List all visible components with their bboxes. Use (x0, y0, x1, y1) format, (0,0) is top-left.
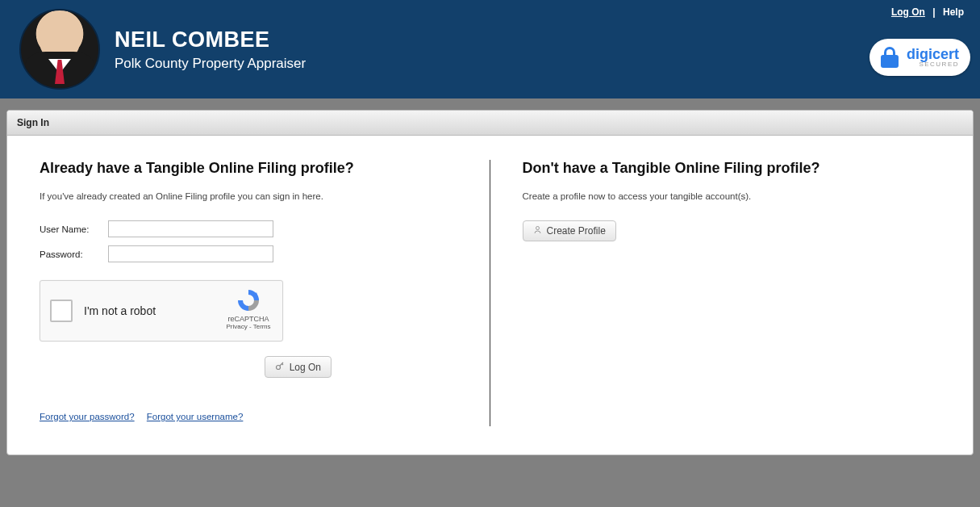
create-profile-button[interactable]: Create Profile (523, 220, 616, 241)
forgot-username-link[interactable]: Forgot your username? (147, 412, 244, 421)
header-links: Log On | Help (891, 6, 964, 18)
site-header: NEIL COMBEE Polk County Property Apprais… (0, 0, 980, 98)
create-profile-column: Don't have a Tangible Online Filing prof… (490, 160, 974, 426)
badge-brand: digicert (907, 47, 959, 61)
official-title: Polk County Property Appraiser (115, 56, 306, 72)
password-input[interactable] (108, 245, 273, 262)
header-text: NEIL COMBEE Polk County Property Apprais… (115, 27, 306, 72)
create-heading: Don't have a Tangible Online Filing prof… (523, 160, 941, 177)
recaptcha-label: I'm not a robot (84, 304, 156, 317)
person-icon (533, 225, 542, 237)
signin-column: Already have a Tangible Online Filing pr… (7, 160, 490, 426)
logon-button-label: Log On (290, 362, 321, 373)
panel-title: Sign In (7, 111, 973, 136)
signin-desc: If you've already created an Online Fili… (40, 191, 457, 201)
logon-link[interactable]: Log On (891, 6, 925, 18)
link-separator: | (932, 6, 935, 18)
badge-secured: SECURED (907, 61, 959, 68)
signin-panel: Sign In Already have a Tangible Online F… (6, 110, 974, 455)
username-input[interactable] (108, 220, 273, 237)
signin-heading: Already have a Tangible Online Filing pr… (40, 160, 457, 177)
password-label: Password: (40, 249, 108, 259)
official-avatar (19, 9, 100, 90)
official-name: NEIL COMBEE (115, 27, 306, 52)
recaptcha-privacy-link[interactable]: Privacy (227, 323, 248, 330)
logon-button[interactable]: Log On (265, 356, 332, 378)
recaptcha-logo-icon (236, 287, 261, 313)
forgot-password-link[interactable]: Forgot your password? (40, 412, 135, 421)
key-icon (275, 361, 285, 373)
recaptcha-checkbox[interactable] (50, 300, 73, 322)
svg-point-4 (536, 227, 539, 230)
recaptcha-links: Privacy - Terms (224, 323, 273, 330)
recaptcha-brand: reCAPTCHA (224, 315, 273, 323)
recaptcha-terms-link[interactable]: Terms (253, 323, 271, 330)
create-profile-button-label: Create Profile (547, 225, 606, 237)
lock-icon (878, 45, 902, 69)
username-label: User Name: (40, 224, 108, 234)
recaptcha-widget: I'm not a robot reCAPTCHA (40, 280, 283, 341)
create-desc: Create a profile now to access your tang… (523, 191, 941, 201)
help-link[interactable]: Help (943, 6, 964, 18)
svg-point-1 (276, 366, 280, 370)
svg-line-3 (281, 364, 283, 366)
security-badge[interactable]: digicert SECURED (869, 39, 970, 76)
